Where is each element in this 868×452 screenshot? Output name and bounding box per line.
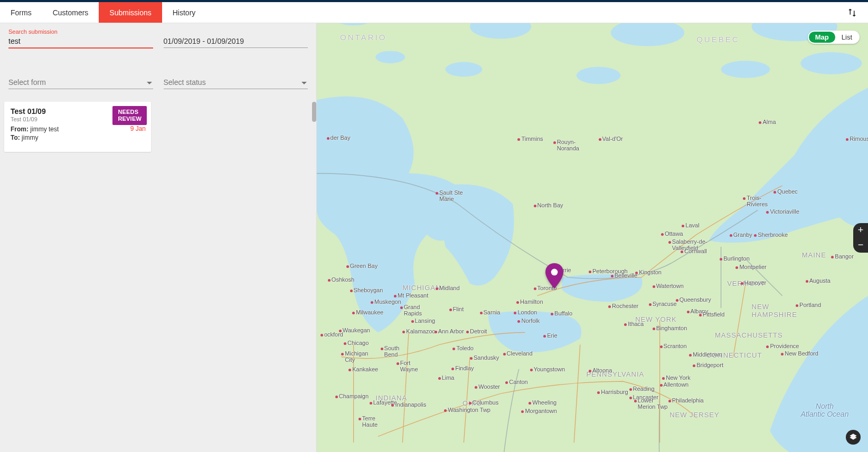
city-label: Columbus xyxy=(473,399,499,406)
city-label: Montpelier xyxy=(739,264,766,270)
city-label: Fort Wayne xyxy=(400,360,418,372)
city-label: Queensbury xyxy=(680,296,711,303)
city-label: Rochester xyxy=(612,303,638,309)
city-dot xyxy=(449,309,452,311)
city-label: New Bedford xyxy=(785,350,818,357)
city-dot xyxy=(668,241,671,244)
city-label: Syracuse xyxy=(653,301,677,307)
city-label: Ottawa xyxy=(665,230,683,237)
map-canvas[interactable]: ONTARIOQUEBEC MICHIGANINDIANAOHIONEW YOR… xyxy=(317,23,868,452)
city-label: Wooster xyxy=(478,383,500,390)
city-label: Toronto xyxy=(537,285,557,291)
city-dot xyxy=(660,384,663,387)
city-label: Quebec xyxy=(777,188,798,195)
city-dot xyxy=(649,303,652,306)
city-label: der Bay xyxy=(331,134,351,141)
city-dot xyxy=(660,345,663,348)
city-label: New York xyxy=(666,374,690,381)
city-dot xyxy=(469,402,471,405)
city-dot xyxy=(335,396,338,398)
city-dot xyxy=(553,141,556,144)
status-select[interactable]: Select status xyxy=(164,71,308,89)
card-from-label: From: xyxy=(11,126,29,133)
city-dot xyxy=(436,287,438,290)
city-dot xyxy=(668,400,671,402)
city-dot xyxy=(589,271,591,273)
tab-forms[interactable]: Forms xyxy=(0,2,42,23)
form-select[interactable]: Select form xyxy=(8,71,153,89)
city-label: Altoona xyxy=(592,367,612,373)
tab-submissions[interactable]: Submissions xyxy=(99,2,162,23)
city-label: Portland xyxy=(799,302,821,308)
city-dot xyxy=(444,409,447,412)
city-label: Oshkosh xyxy=(332,276,354,283)
form-select-placeholder: Select form xyxy=(8,78,46,86)
layers-button[interactable] xyxy=(846,430,861,445)
tab-customers[interactable]: Customers xyxy=(42,2,99,23)
city-label: South Bend xyxy=(384,345,400,358)
card-to-value: jimmy xyxy=(22,134,38,141)
city-label: Burlington xyxy=(723,255,750,262)
city-dot xyxy=(629,388,632,391)
city-label: Binghamton xyxy=(656,325,687,331)
city-label: Sherbrooke xyxy=(758,232,788,238)
main-tabs: FormsCustomersSubmissionsHistory xyxy=(0,2,868,23)
city-dot xyxy=(653,328,655,330)
city-label: Alma xyxy=(762,119,776,125)
map-list-toggle: Map List xyxy=(808,31,860,44)
city-label: Belleville xyxy=(615,272,637,278)
city-label: Champaign xyxy=(339,393,369,399)
city-label: Philadelphia xyxy=(672,397,704,403)
status-select-field: Select status xyxy=(164,71,308,89)
city-dot xyxy=(806,280,808,283)
city-dot xyxy=(503,353,506,355)
city-label: Lima xyxy=(442,374,455,381)
zoom-in-button[interactable]: + xyxy=(853,223,868,238)
city-label: Ann Arbor xyxy=(438,328,464,334)
scrollbar-thumb[interactable] xyxy=(312,102,316,122)
city-label: Allentown xyxy=(664,381,689,388)
badge-line1: NEEDS xyxy=(118,109,141,116)
city-dot xyxy=(534,287,536,290)
city-dot xyxy=(435,331,437,333)
svg-point-12 xyxy=(721,61,770,78)
results-list: Test 01/09 Test 01/09 From: jimmy test T… xyxy=(0,102,316,452)
city-dot xyxy=(475,386,477,389)
submission-card[interactable]: Test 01/09 Test 01/09 From: jimmy test T… xyxy=(4,102,151,152)
city-label: Laval xyxy=(685,222,699,228)
city-dot xyxy=(796,304,798,307)
city-label: Lower Merion Twp xyxy=(638,397,668,410)
city-label: Ithaca xyxy=(628,321,644,327)
city-label: Augusta xyxy=(809,277,831,284)
city-label: Cornwall xyxy=(684,248,707,254)
city-dot xyxy=(400,306,403,309)
card-to-label: To: xyxy=(11,134,20,141)
city-label: Hamilton xyxy=(520,299,543,305)
city-label: Erie xyxy=(547,332,558,339)
city-dot xyxy=(720,258,722,261)
city-label: Muskegon xyxy=(374,299,401,305)
city-dot xyxy=(597,391,600,394)
city-dot xyxy=(599,138,601,141)
city-dot xyxy=(629,397,632,399)
city-label: Terre Haute xyxy=(362,415,378,428)
city-dot xyxy=(370,402,372,405)
city-dot xyxy=(699,314,702,316)
tab-history[interactable]: History xyxy=(162,2,206,23)
date-range-input[interactable] xyxy=(164,30,308,48)
city-dot xyxy=(611,275,614,277)
city-label: Kingston xyxy=(639,269,662,275)
city-label: Hanover xyxy=(744,280,767,286)
status-badge: NEEDS REVIEW xyxy=(112,106,147,125)
toggle-list[interactable]: List xyxy=(835,32,858,43)
city-label: Waukegan xyxy=(343,327,370,333)
zoom-out-button[interactable]: − xyxy=(853,238,868,253)
city-label: London xyxy=(517,309,537,315)
city-label: Val-d'Or xyxy=(602,136,623,142)
sort-icon[interactable] xyxy=(844,2,861,23)
content-area: Search submission Select form Select sta xyxy=(0,23,868,452)
city-label: Kankakee xyxy=(352,366,378,372)
card-from-line: From: jimmy test xyxy=(11,126,145,133)
city-label: Detroit xyxy=(470,328,487,334)
toggle-map[interactable]: Map xyxy=(809,32,835,43)
